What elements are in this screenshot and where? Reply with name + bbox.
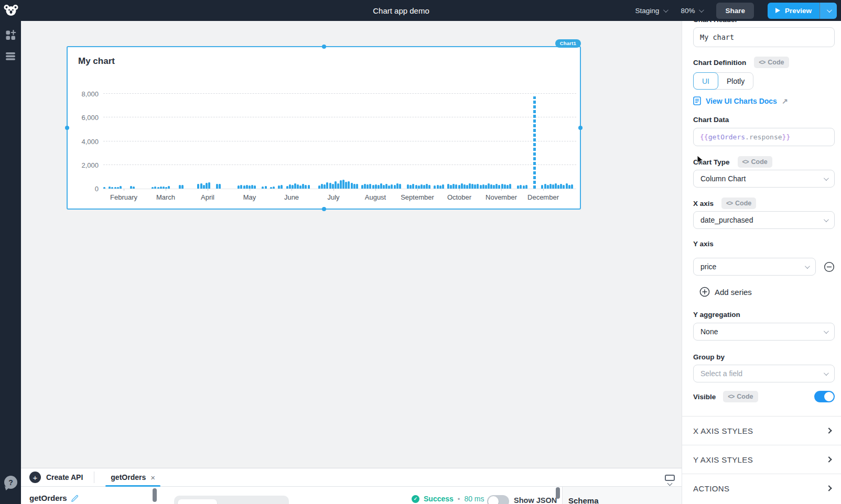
chart-bar [246, 185, 248, 189]
x-axis-select[interactable]: date_purchased [693, 211, 835, 229]
resize-handle-bottom[interactable] [322, 207, 326, 211]
chart-bar [273, 187, 275, 189]
query-editor-row: getOrders Result Executed SQL ✓ Success … [21, 487, 682, 504]
chart-bar [181, 185, 184, 189]
chart-bar [450, 185, 452, 189]
chart-bar [356, 184, 358, 189]
chart-bar [130, 186, 132, 189]
schema-label: Schema [563, 487, 682, 504]
visible-toggle[interactable] [814, 391, 835, 402]
chart-bar [477, 184, 479, 189]
monitor-icon [665, 475, 675, 481]
chart-bar [396, 183, 398, 189]
month-label: October [447, 193, 471, 201]
chart-bar [571, 184, 573, 189]
remove-series-button[interactable] [824, 261, 835, 272]
tab-plotly[interactable]: Plotly [718, 73, 753, 89]
chart-header-label: Chart Header [693, 21, 738, 24]
status-separator: • [458, 495, 460, 503]
chart-bar [399, 184, 401, 189]
gridline: 4,000 [103, 141, 576, 141]
tab-getorders[interactable]: getOrders × [105, 468, 160, 486]
chart-bar [375, 184, 377, 189]
chart-bar [329, 183, 331, 189]
chart-bar [455, 184, 457, 189]
code-toggle-button[interactable]: <>Code [754, 57, 789, 68]
chart-bar [461, 183, 463, 189]
zoom-dropdown[interactable]: 80% [681, 7, 703, 15]
environment-dropdown[interactable]: Staging [635, 7, 667, 15]
chart-bar [308, 185, 310, 189]
scrollbar-thumb[interactable] [153, 488, 157, 502]
plus-circle-icon [699, 287, 710, 297]
chevron-down-icon [824, 217, 829, 222]
chart-bar [157, 187, 159, 189]
show-json-toggle[interactable] [487, 495, 509, 504]
code-icon: <> [759, 59, 765, 66]
month-label: August [365, 193, 386, 201]
chart-bar [120, 186, 122, 189]
expr-close: }} [782, 133, 791, 141]
chart-title-input[interactable]: My chart [693, 27, 835, 47]
close-icon[interactable]: × [150, 473, 155, 482]
add-components-button[interactable] [0, 26, 21, 44]
share-button[interactable]: Share [716, 3, 754, 19]
code-toggle-button[interactable]: <>Code [738, 156, 772, 168]
chart-bar [281, 185, 283, 189]
chart-bar [318, 185, 320, 189]
tab-label: getOrders [111, 473, 146, 481]
help-button[interactable]: ? [4, 476, 17, 489]
y-aggregation-select[interactable]: None [693, 323, 835, 341]
divider [94, 472, 94, 483]
edit-pencil-icon[interactable] [71, 495, 79, 502]
chart-bar [388, 185, 390, 189]
x-axis-tick [459, 189, 460, 191]
query-name-label: getOrders [29, 494, 67, 502]
canvas-size-toggle[interactable] [665, 475, 675, 485]
section-label: X AXIS STYLES [693, 426, 753, 435]
koala-logo-icon[interactable] [3, 4, 19, 18]
tab-ui[interactable]: UI [693, 72, 718, 90]
preview-options-button[interactable] [820, 3, 837, 19]
resize-handle-top[interactable] [322, 45, 326, 49]
chevron-down-icon [824, 176, 829, 181]
section-x-axis-styles[interactable]: X AXIS STYLES [682, 416, 841, 445]
chart-bar [426, 184, 428, 189]
chevron-down-icon [824, 328, 829, 334]
chart-bar [547, 185, 549, 189]
docs-link[interactable]: View UI Charts Docs ↗ [693, 96, 835, 105]
chart-bar [509, 184, 511, 189]
y-aggregation-label: Y aggregation [693, 311, 835, 319]
code-toggle-button[interactable]: <>Code [721, 198, 756, 209]
chart-bar [383, 185, 385, 189]
chart-bar [114, 187, 116, 189]
chart-bar [482, 184, 484, 189]
code-toggle-button[interactable]: <>Code [723, 391, 758, 402]
chart-bar [294, 183, 296, 189]
resize-handle-right[interactable] [578, 126, 583, 130]
scrollbar-thumb[interactable] [556, 487, 560, 499]
x-axis-label: X axis [693, 200, 714, 207]
chart-bar [286, 186, 288, 189]
chart-bar [458, 185, 460, 189]
group-by-select[interactable]: Select a field [693, 365, 835, 382]
add-series-button[interactable]: Add series [699, 287, 835, 297]
tab-executed-sql[interactable]: Executed SQL [219, 499, 285, 504]
chart-widget[interactable]: Chart1 My chart 8,0006,0004,0002,0000Feb… [67, 46, 581, 210]
preview-button[interactable]: Preview [768, 3, 820, 19]
chart-data-input[interactable]: {{getOrders.response}} [693, 128, 835, 146]
section-actions[interactable]: ACTIONS [682, 474, 841, 502]
preview-label: Preview [785, 7, 812, 15]
create-api-button[interactable]: + Create API [29, 472, 83, 483]
layers-button[interactable] [0, 47, 21, 65]
chart-bar [369, 184, 371, 189]
toggle-knob [824, 392, 834, 401]
y-axis-select[interactable]: price [693, 258, 816, 276]
section-y-axis-styles[interactable]: Y AXIS STYLES [682, 445, 841, 474]
tab-result[interactable]: Result [178, 499, 217, 504]
chart-type-select[interactable]: Column Chart [693, 170, 835, 188]
editor-canvas[interactable]: Chart1 My chart 8,0006,0004,0002,0000Feb… [21, 21, 682, 504]
code-icon: <> [726, 200, 732, 207]
chart-bar [238, 185, 240, 189]
resize-handle-left[interactable] [65, 126, 69, 130]
